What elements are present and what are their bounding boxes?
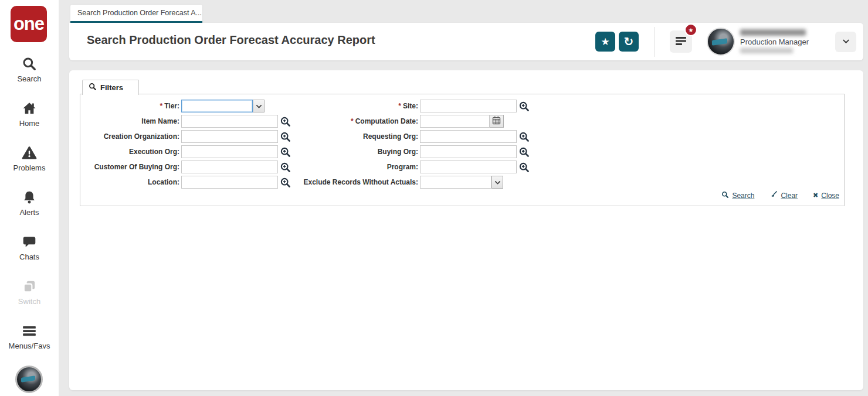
logo-text: one bbox=[13, 13, 44, 35]
tier-select-value[interactable] bbox=[181, 100, 253, 112]
field-label: Program: bbox=[301, 163, 418, 171]
zoom-in-icon[interactable] bbox=[280, 162, 290, 172]
location-input[interactable] bbox=[181, 176, 278, 189]
sidebar: one Search Home Problems Alerts Chats Sw… bbox=[0, 0, 59, 396]
field-label: *Computation Date: bbox=[301, 117, 418, 125]
filter-field-requesting-org: Requesting Org: bbox=[301, 129, 529, 144]
filter-field-item-name: Item Name: bbox=[80, 114, 290, 129]
customer-of-buying-org-input[interactable] bbox=[181, 161, 278, 173]
sidebar-item-alerts[interactable]: Alerts bbox=[19, 190, 39, 215]
tier-select[interactable] bbox=[181, 100, 265, 112]
header-divider bbox=[654, 27, 655, 57]
sidebar-item-home[interactable]: Home bbox=[19, 101, 40, 126]
avatar-visor bbox=[21, 376, 35, 383]
user-avatar[interactable] bbox=[707, 28, 735, 56]
filter-field-site: *Site: bbox=[301, 98, 529, 114]
sidebar-avatar[interactable] bbox=[15, 366, 43, 393]
creation-organization-input[interactable] bbox=[181, 130, 278, 143]
sidebar-item-label: Chats bbox=[19, 252, 39, 261]
zoom-in-icon[interactable] bbox=[519, 132, 529, 142]
filter-field-exclude-records-without-actuals: Exclude Records Without Actuals: bbox=[301, 175, 529, 190]
search-icon bbox=[22, 56, 37, 74]
calendar-button[interactable] bbox=[490, 115, 504, 128]
zoom-in-icon[interactable] bbox=[519, 101, 529, 111]
refresh-icon: ↻ bbox=[624, 36, 634, 47]
favorites-badge-star-icon: ★ bbox=[684, 23, 697, 36]
zoom-in-icon[interactable] bbox=[280, 132, 290, 142]
hamburger-menu-icon bbox=[22, 323, 37, 341]
user-role: Production Manager bbox=[740, 37, 828, 46]
chevron-down-icon bbox=[842, 37, 850, 47]
filter-field-customer-of-buying-org: Customer Of Buying Org: bbox=[80, 159, 290, 175]
field-label: Location: bbox=[80, 178, 179, 186]
sidebar-item-label: Problems bbox=[13, 163, 46, 172]
page-title: Search Production Order Forecast Accurac… bbox=[87, 33, 375, 47]
bell-icon bbox=[22, 190, 37, 207]
sidebar-item-label: Home bbox=[19, 119, 40, 128]
switch-windows-icon bbox=[22, 279, 37, 296]
home-icon bbox=[22, 101, 37, 118]
page-header: Search Production Order Forecast Accurac… bbox=[69, 23, 863, 60]
sidebar-nav: Search Home Problems Alerts Chats Switch… bbox=[0, 56, 59, 349]
zoom-in-icon[interactable] bbox=[280, 177, 290, 187]
sidebar-item-search[interactable]: Search bbox=[17, 56, 41, 81]
filter-field-buying-org: Buying Org: bbox=[301, 144, 529, 159]
filter-field-execution-org: Execution Org: bbox=[80, 144, 290, 159]
search-action-label: Search bbox=[732, 192, 754, 200]
filter-field-creation-organization: Creation Organization: bbox=[80, 129, 290, 144]
search-action[interactable]: Search bbox=[721, 191, 754, 200]
chevron-down-icon[interactable] bbox=[253, 100, 265, 112]
field-label: Requesting Org: bbox=[301, 132, 418, 141]
close-action[interactable]: ✖ Close bbox=[813, 192, 839, 200]
filters-right-column: *Site: *Computation Date: Requesting Org… bbox=[301, 98, 529, 190]
clear-action[interactable]: Clear bbox=[769, 190, 798, 200]
computation-date-input[interactable] bbox=[420, 115, 490, 128]
brush-icon bbox=[769, 190, 778, 200]
buying-org-input[interactable] bbox=[420, 145, 517, 158]
content-area: Search Production Order Forecast A... Se… bbox=[69, 0, 864, 396]
filter-field-location: Location: bbox=[80, 175, 290, 190]
clear-action-label: Clear bbox=[781, 192, 798, 200]
program-input[interactable] bbox=[420, 161, 517, 173]
sidebar-item-problems[interactable]: Problems bbox=[13, 145, 46, 170]
exclude-records-select-value[interactable] bbox=[420, 176, 491, 189]
execution-org-input[interactable] bbox=[181, 145, 278, 158]
filter-field-computation-date: *Computation Date: bbox=[301, 114, 529, 129]
zoom-in-icon[interactable] bbox=[519, 162, 529, 172]
sidebar-item-label: Menus/Favs bbox=[9, 342, 50, 350]
sidebar-item-label: Switch bbox=[18, 297, 40, 306]
menu-lines-icon bbox=[674, 35, 687, 49]
exclude-records-without-actuals-select[interactable] bbox=[420, 176, 503, 189]
requesting-org-input[interactable] bbox=[420, 130, 517, 143]
filters-tab-label: Filters bbox=[100, 83, 123, 92]
user-org-blurred bbox=[740, 48, 793, 53]
field-label: Execution Org: bbox=[80, 148, 179, 156]
close-action-label: Close bbox=[821, 192, 839, 200]
filter-field-program: Program: bbox=[301, 159, 529, 175]
favorite-button[interactable]: ★ bbox=[595, 32, 615, 52]
sidebar-item-label: Alerts bbox=[19, 208, 39, 217]
filters-tab[interactable]: Filters bbox=[82, 80, 139, 95]
field-label: Buying Org: bbox=[301, 148, 418, 156]
filter-field-tier: *Tier: bbox=[80, 98, 290, 114]
zoom-in-icon[interactable] bbox=[519, 147, 529, 157]
item-name-input[interactable] bbox=[181, 115, 278, 128]
zoom-in-icon[interactable] bbox=[280, 117, 290, 127]
field-label: Creation Organization: bbox=[80, 132, 179, 141]
field-label: Exclude Records Without Actuals: bbox=[301, 178, 418, 186]
sidebar-item-label: Search bbox=[17, 74, 41, 83]
field-label: Item Name: bbox=[80, 117, 179, 125]
sidebar-item-menus-favs[interactable]: Menus/Favs bbox=[9, 323, 50, 349]
sidebar-item-chats[interactable]: Chats bbox=[19, 234, 39, 260]
site-input[interactable] bbox=[420, 100, 517, 112]
user-menu-chevron-button[interactable] bbox=[835, 32, 856, 52]
chevron-down-icon[interactable] bbox=[491, 176, 503, 189]
filters-left-column: *Tier: Item Name: Creation Organization: bbox=[80, 98, 290, 190]
refresh-button[interactable]: ↻ bbox=[619, 32, 639, 52]
tab-title: Search Production Order Forecast A... bbox=[77, 9, 202, 17]
user-meta: Production Manager bbox=[740, 29, 828, 53]
close-icon: ✖ bbox=[813, 192, 818, 199]
tab-search-production-order-forecast[interactable]: Search Production Order Forecast A... bbox=[70, 5, 202, 23]
one-logo[interactable]: one bbox=[11, 6, 47, 42]
zoom-in-icon[interactable] bbox=[280, 147, 290, 157]
